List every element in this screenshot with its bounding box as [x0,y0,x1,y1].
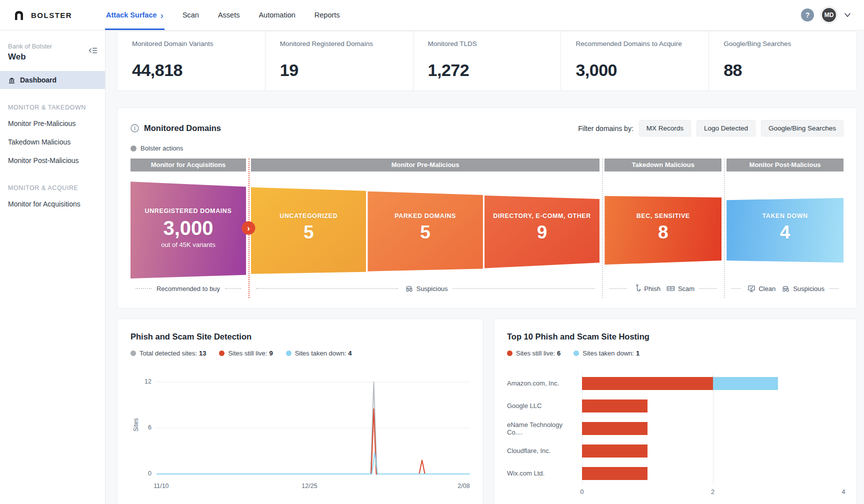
funnel-footer-takedown: Phish Scam [604,281,722,296]
hosting-bar-row: eName Technology Co.... [507,417,844,440]
sites-still-live-bar [582,377,713,390]
funnel-segment-unregistered-domains[interactable]: UNREGISTERED DOMAINS 3,000 out of 45K va… [130,176,246,279]
sites-still-live-bar [582,444,648,458]
x-axis-ticks: 11/10 12/25 2/08 [156,478,470,491]
clean-label: Clean [758,285,776,292]
top-nav: BOLSTER Attack Surface› Scan Assets Auto… [0,0,864,30]
stat-monitored-tlds: Monitored TLDS 1,272 [414,32,562,90]
stats-strip: Monitored Domain Variants 44,818 Monitor… [117,31,857,91]
stat-recommended-domains-to-acquire: Recommended Domains to Acquire 3,000 [561,32,709,90]
y-axis-label: Sites [132,418,140,432]
funnel-segment-taken-down[interactable]: TAKEN DOWN 4 [726,176,844,279]
bank-icon [8,76,16,84]
filter-google-bing-button[interactable]: Google/Bing Searches [761,120,844,136]
hosting-bar-track [582,377,844,390]
stat-monitored-registered-domains: Monitored Registered Domains 19 [266,32,414,90]
monitored-domains-card: Monitored Domains Filter domains by: MX … [117,108,857,308]
funnel-divider-gray [724,158,725,298]
tab-assets[interactable]: Assets [218,0,240,30]
sites-still-live-bar [582,467,648,480]
legend-dot-gray [130,350,136,356]
tab-attack-surface[interactable]: Attack Surface› [106,0,164,30]
sites-still-live-bar [582,422,648,435]
detection-line-chart: Sites 12 6 0 [130,378,470,478]
sidebar-item-monitor-pre-malicious[interactable]: Monitor Pre-Malicious [0,114,105,132]
funnel-footer-acquisitions: Recommended to buy [130,281,246,296]
sidebar-section-monitor-takedown: MONITOR & TAKEDOWN [0,104,105,111]
help-icon[interactable]: ? [801,8,814,22]
hosting-bar-track [582,400,844,412]
funnel-header-post-malicious: Monitor Post-Malicious [726,158,844,172]
sites-taken-down-bar [713,377,778,390]
bolster-arch-icon [12,9,26,21]
hosting-bar-row: Amazon.com, Inc. [507,372,844,394]
hosting-chart-title: Top 10 Phish and Scam Site Hosting [507,332,844,342]
bolster-actions-label: Bolster actions [140,144,183,152]
detection-plot-area [156,378,470,478]
detection-chart-legend: Total detected sites: 13 Sites still liv… [130,350,470,357]
legend-sites-still-live: Sites still live: 6 [507,350,560,357]
brand-name: BOLSTER [31,11,72,20]
hosting-bar-track [582,444,844,458]
scam-label: Scam [678,285,694,292]
hosting-category-label: Amazon.com, Inc. [507,380,582,387]
legend-total-detected: Total detected sites: 13 [130,350,206,357]
hosting-category-label: Wix.com Ltd. [507,470,582,477]
hosting-bar-row: Google LLC [507,394,844,417]
phish-hook-icon [634,284,641,292]
funnel-segment-parked-domains[interactable]: PARKED DOMAINS 5 [368,176,482,279]
funnel-segment-bec-sensitive[interactable]: BEC, SENSITIVE 8 [604,176,722,279]
funnel-segment-uncategorized[interactable]: UNCATEGORIZED 5 [251,176,366,279]
hosting-bar-row: Wix.com Ltd. [507,462,844,484]
sidebar-item-monitor-post-malicious[interactable]: Monitor Post-Malicious [0,151,105,170]
funnel-header-acquisitions: Monitor for Acquisitions [130,158,246,172]
line-series-sites-still-live [156,409,470,474]
bolster-logo[interactable]: BOLSTER [12,9,100,21]
sidebar-item-dashboard[interactable]: Dashboard [0,71,105,89]
funnel-header-pre-malicious: Monitor Pre-Malicious [251,158,600,172]
legend-sites-taken-down: Sites taken down: 4 [286,350,352,357]
funnel-segment-directory-ecomm-other[interactable]: DIRECTORY, E-COMM, OTHER 9 [484,176,600,279]
main-content: Monitored Domain Variants 44,818 Monitor… [106,30,864,504]
filter-logo-detected-button[interactable]: Logo Detected [696,120,756,136]
spy-icon [405,285,414,292]
sidebar-collapse-icon[interactable] [88,46,98,56]
phish-scam-detection-card: Phish and Scam Site Detection Total dete… [117,318,484,504]
funnel-header-takedown-malicious: Takedown Malicious [604,158,722,172]
legend-sites-taken-down: Sites taken down: 1 [574,350,640,357]
funnel-expand-arrow-button[interactable]: › [242,222,256,235]
avatar[interactable]: MD [821,7,837,23]
tab-automation[interactable]: Automation [258,0,295,30]
sites-still-live-bar [582,400,648,412]
funnel-footer-post-malicious: Clean Suspicious [726,281,844,296]
sidebar-item-takedown-malicious[interactable]: Takedown Malicious [0,132,105,151]
suspicious-label: Suspicious [416,285,448,292]
hosting-x-axis-ticks: 0 2 4 [582,484,844,496]
legend-dot-red [219,350,224,356]
phish-label: Phish [644,285,660,292]
legend-dot-blue [574,350,579,356]
tab-reports[interactable]: Reports [314,0,340,30]
org-name: Bank of Bolster [8,42,97,50]
monitor-check-icon [748,285,756,292]
filter-mx-records-button[interactable]: MX Records [639,120,691,136]
legend-sites-still-live: Sites still live: 9 [219,350,272,357]
funnel-footer-pre-malicious: Suspicious [251,281,600,296]
legend-dot-red [507,350,512,356]
monitored-domains-funnel: Monitor for Acquisitions Monitor Pre-Mal… [130,158,844,298]
spy-icon [782,285,790,292]
tab-scan[interactable]: Scan [182,0,199,30]
monitored-domains-title: Monitored Domains [144,124,221,133]
sidebar-item-monitor-for-acquisitions[interactable]: Monitor for Acquisitions [0,194,105,213]
funnel-divider-gray [602,158,603,298]
hosting-bar-track [582,467,844,480]
workspace-name: Web [8,52,97,62]
chevron-right-icon: › [160,10,164,20]
suspicious-label: Suspicious [793,285,824,292]
hosting-category-label: eName Technology Co.... [507,421,582,436]
hosting-bar-chart: Amazon.com, Inc.Google LLCeName Technolo… [507,372,844,484]
legend-dot-blue [286,350,292,356]
info-icon[interactable] [130,124,139,132]
chevron-down-icon[interactable] [844,12,851,18]
stat-monitored-domain-variants: Monitored Domain Variants 44,818 [118,32,266,90]
